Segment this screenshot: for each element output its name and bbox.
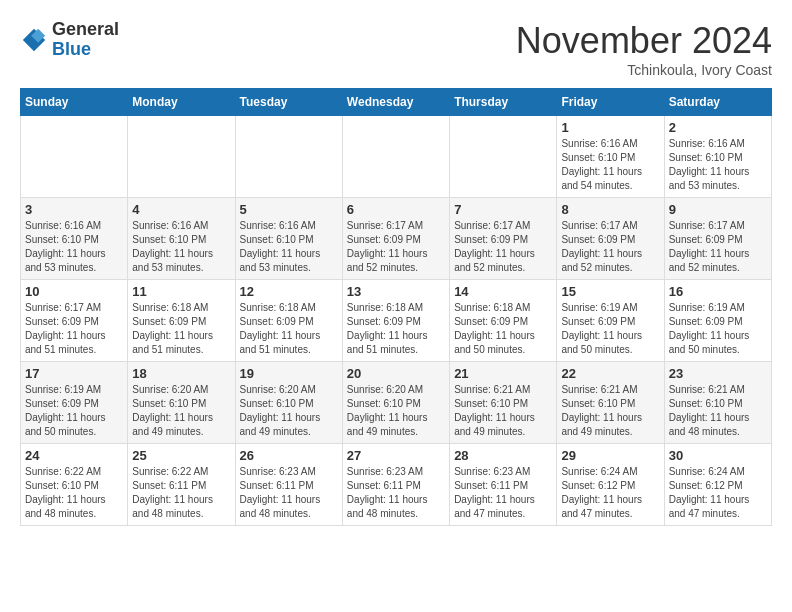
day-info: Sunrise: 6:16 AM Sunset: 6:10 PM Dayligh… xyxy=(132,219,230,275)
day-info: Sunrise: 6:19 AM Sunset: 6:09 PM Dayligh… xyxy=(669,301,767,357)
calendar-week-row: 17Sunrise: 6:19 AM Sunset: 6:09 PM Dayli… xyxy=(21,362,772,444)
calendar-empty-cell xyxy=(342,116,449,198)
month-title: November 2024 xyxy=(516,20,772,62)
day-number: 11 xyxy=(132,284,230,299)
day-number: 18 xyxy=(132,366,230,381)
day-info: Sunrise: 6:18 AM Sunset: 6:09 PM Dayligh… xyxy=(454,301,552,357)
calendar-day-cell: 22Sunrise: 6:21 AM Sunset: 6:10 PM Dayli… xyxy=(557,362,664,444)
day-number: 14 xyxy=(454,284,552,299)
day-number: 24 xyxy=(25,448,123,463)
calendar-week-row: 24Sunrise: 6:22 AM Sunset: 6:10 PM Dayli… xyxy=(21,444,772,526)
calendar-day-cell: 21Sunrise: 6:21 AM Sunset: 6:10 PM Dayli… xyxy=(450,362,557,444)
day-number: 4 xyxy=(132,202,230,217)
day-number: 16 xyxy=(669,284,767,299)
day-number: 29 xyxy=(561,448,659,463)
page-header: General Blue November 2024 Tchinkoula, I… xyxy=(20,20,772,78)
logo-blue: Blue xyxy=(52,40,119,60)
calendar-day-cell: 20Sunrise: 6:20 AM Sunset: 6:10 PM Dayli… xyxy=(342,362,449,444)
day-number: 1 xyxy=(561,120,659,135)
day-number: 3 xyxy=(25,202,123,217)
logo: General Blue xyxy=(20,20,119,60)
day-number: 2 xyxy=(669,120,767,135)
day-info: Sunrise: 6:16 AM Sunset: 6:10 PM Dayligh… xyxy=(669,137,767,193)
day-info: Sunrise: 6:17 AM Sunset: 6:09 PM Dayligh… xyxy=(347,219,445,275)
location-subtitle: Tchinkoula, Ivory Coast xyxy=(516,62,772,78)
calendar-day-cell: 11Sunrise: 6:18 AM Sunset: 6:09 PM Dayli… xyxy=(128,280,235,362)
day-number: 7 xyxy=(454,202,552,217)
day-info: Sunrise: 6:22 AM Sunset: 6:11 PM Dayligh… xyxy=(132,465,230,521)
calendar-day-cell: 29Sunrise: 6:24 AM Sunset: 6:12 PM Dayli… xyxy=(557,444,664,526)
calendar-day-cell: 8Sunrise: 6:17 AM Sunset: 6:09 PM Daylig… xyxy=(557,198,664,280)
calendar-table: SundayMondayTuesdayWednesdayThursdayFrid… xyxy=(20,88,772,526)
calendar-day-cell: 5Sunrise: 6:16 AM Sunset: 6:10 PM Daylig… xyxy=(235,198,342,280)
calendar-empty-cell xyxy=(235,116,342,198)
day-info: Sunrise: 6:19 AM Sunset: 6:09 PM Dayligh… xyxy=(25,383,123,439)
svg-marker-0 xyxy=(23,29,45,51)
day-number: 15 xyxy=(561,284,659,299)
calendar-day-cell: 17Sunrise: 6:19 AM Sunset: 6:09 PM Dayli… xyxy=(21,362,128,444)
day-info: Sunrise: 6:21 AM Sunset: 6:10 PM Dayligh… xyxy=(454,383,552,439)
day-number: 8 xyxy=(561,202,659,217)
calendar-day-cell: 19Sunrise: 6:20 AM Sunset: 6:10 PM Dayli… xyxy=(235,362,342,444)
day-info: Sunrise: 6:16 AM Sunset: 6:10 PM Dayligh… xyxy=(25,219,123,275)
day-info: Sunrise: 6:18 AM Sunset: 6:09 PM Dayligh… xyxy=(240,301,338,357)
calendar-day-cell: 4Sunrise: 6:16 AM Sunset: 6:10 PM Daylig… xyxy=(128,198,235,280)
day-number: 6 xyxy=(347,202,445,217)
day-info: Sunrise: 6:20 AM Sunset: 6:10 PM Dayligh… xyxy=(132,383,230,439)
calendar-day-cell: 23Sunrise: 6:21 AM Sunset: 6:10 PM Dayli… xyxy=(664,362,771,444)
calendar-week-row: 3Sunrise: 6:16 AM Sunset: 6:10 PM Daylig… xyxy=(21,198,772,280)
calendar-day-cell: 13Sunrise: 6:18 AM Sunset: 6:09 PM Dayli… xyxy=(342,280,449,362)
day-number: 23 xyxy=(669,366,767,381)
calendar-empty-cell xyxy=(128,116,235,198)
weekday-header: Wednesday xyxy=(342,89,449,116)
calendar-header-row: SundayMondayTuesdayWednesdayThursdayFrid… xyxy=(21,89,772,116)
day-number: 28 xyxy=(454,448,552,463)
day-info: Sunrise: 6:18 AM Sunset: 6:09 PM Dayligh… xyxy=(132,301,230,357)
calendar-day-cell: 27Sunrise: 6:23 AM Sunset: 6:11 PM Dayli… xyxy=(342,444,449,526)
calendar-empty-cell xyxy=(450,116,557,198)
calendar-day-cell: 14Sunrise: 6:18 AM Sunset: 6:09 PM Dayli… xyxy=(450,280,557,362)
weekday-header: Monday xyxy=(128,89,235,116)
day-number: 20 xyxy=(347,366,445,381)
day-number: 25 xyxy=(132,448,230,463)
weekday-header: Tuesday xyxy=(235,89,342,116)
day-info: Sunrise: 6:17 AM Sunset: 6:09 PM Dayligh… xyxy=(454,219,552,275)
day-info: Sunrise: 6:22 AM Sunset: 6:10 PM Dayligh… xyxy=(25,465,123,521)
day-number: 27 xyxy=(347,448,445,463)
calendar-day-cell: 6Sunrise: 6:17 AM Sunset: 6:09 PM Daylig… xyxy=(342,198,449,280)
day-number: 5 xyxy=(240,202,338,217)
calendar-day-cell: 18Sunrise: 6:20 AM Sunset: 6:10 PM Dayli… xyxy=(128,362,235,444)
calendar-day-cell: 30Sunrise: 6:24 AM Sunset: 6:12 PM Dayli… xyxy=(664,444,771,526)
day-info: Sunrise: 6:24 AM Sunset: 6:12 PM Dayligh… xyxy=(561,465,659,521)
weekday-header: Sunday xyxy=(21,89,128,116)
day-info: Sunrise: 6:23 AM Sunset: 6:11 PM Dayligh… xyxy=(347,465,445,521)
day-info: Sunrise: 6:21 AM Sunset: 6:10 PM Dayligh… xyxy=(669,383,767,439)
day-number: 26 xyxy=(240,448,338,463)
day-info: Sunrise: 6:16 AM Sunset: 6:10 PM Dayligh… xyxy=(561,137,659,193)
calendar-week-row: 1Sunrise: 6:16 AM Sunset: 6:10 PM Daylig… xyxy=(21,116,772,198)
title-section: November 2024 Tchinkoula, Ivory Coast xyxy=(516,20,772,78)
calendar-day-cell: 1Sunrise: 6:16 AM Sunset: 6:10 PM Daylig… xyxy=(557,116,664,198)
day-info: Sunrise: 6:21 AM Sunset: 6:10 PM Dayligh… xyxy=(561,383,659,439)
calendar-day-cell: 28Sunrise: 6:23 AM Sunset: 6:11 PM Dayli… xyxy=(450,444,557,526)
day-info: Sunrise: 6:19 AM Sunset: 6:09 PM Dayligh… xyxy=(561,301,659,357)
day-info: Sunrise: 6:18 AM Sunset: 6:09 PM Dayligh… xyxy=(347,301,445,357)
weekday-header: Thursday xyxy=(450,89,557,116)
day-info: Sunrise: 6:23 AM Sunset: 6:11 PM Dayligh… xyxy=(240,465,338,521)
calendar-day-cell: 7Sunrise: 6:17 AM Sunset: 6:09 PM Daylig… xyxy=(450,198,557,280)
calendar-day-cell: 16Sunrise: 6:19 AM Sunset: 6:09 PM Dayli… xyxy=(664,280,771,362)
day-number: 19 xyxy=(240,366,338,381)
weekday-header: Friday xyxy=(557,89,664,116)
calendar-day-cell: 25Sunrise: 6:22 AM Sunset: 6:11 PM Dayli… xyxy=(128,444,235,526)
day-info: Sunrise: 6:20 AM Sunset: 6:10 PM Dayligh… xyxy=(347,383,445,439)
logo-general: General xyxy=(52,20,119,40)
day-number: 9 xyxy=(669,202,767,217)
day-number: 12 xyxy=(240,284,338,299)
calendar-day-cell: 26Sunrise: 6:23 AM Sunset: 6:11 PM Dayli… xyxy=(235,444,342,526)
calendar-day-cell: 24Sunrise: 6:22 AM Sunset: 6:10 PM Dayli… xyxy=(21,444,128,526)
calendar-week-row: 10Sunrise: 6:17 AM Sunset: 6:09 PM Dayli… xyxy=(21,280,772,362)
calendar-day-cell: 15Sunrise: 6:19 AM Sunset: 6:09 PM Dayli… xyxy=(557,280,664,362)
day-info: Sunrise: 6:17 AM Sunset: 6:09 PM Dayligh… xyxy=(25,301,123,357)
calendar-empty-cell xyxy=(21,116,128,198)
day-info: Sunrise: 6:17 AM Sunset: 6:09 PM Dayligh… xyxy=(561,219,659,275)
